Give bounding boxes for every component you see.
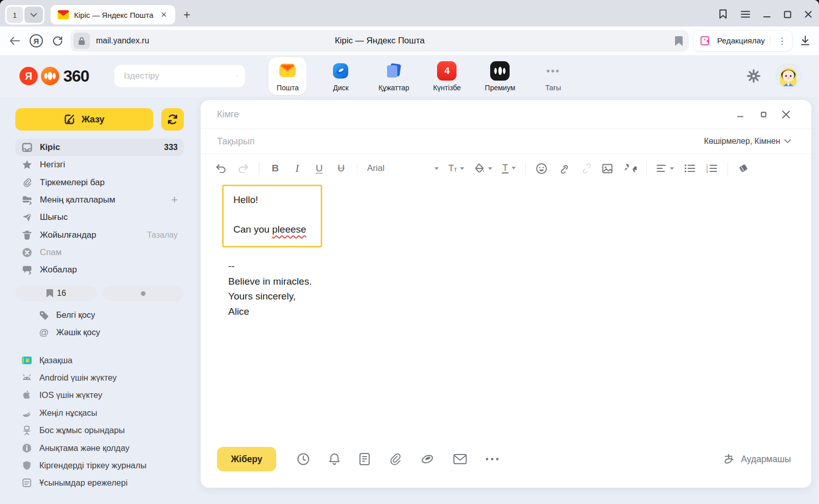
sidebar-item-trash[interactable]: Жойылғандар Тазалау: [15, 226, 184, 243]
compose-close-icon[interactable]: [781, 109, 791, 119]
recommendations-item[interactable]: Ұсынымдар ережелері: [15, 474, 184, 492]
sidebar-panel-icon[interactable]: [718, 9, 728, 19]
tab-count-badge[interactable]: 1: [7, 7, 23, 23]
unlink-icon[interactable]: [580, 161, 592, 176]
bookmarks-pill[interactable]: 16: [15, 286, 97, 301]
font-size-select[interactable]: Tт: [448, 163, 464, 174]
subject-field[interactable]: Тақырып Көшірмелер, Кімнен: [201, 129, 811, 154]
schedule-send-icon[interactable]: [297, 452, 310, 466]
app-calendar[interactable]: 4 Күнтізбе: [428, 57, 466, 95]
address-bar[interactable]: mail.yandex.ru Кіріс — Яндекс Пошта: [70, 30, 689, 52]
language-item[interactable]: Қазақша: [15, 351, 184, 369]
refresh-button[interactable]: [161, 108, 184, 131]
chevron-down-icon: [670, 167, 674, 170]
format-toolbar: B I U U Arial Tт T: [201, 154, 811, 183]
send-button[interactable]: Жіберу: [217, 447, 276, 471]
back-icon[interactable]: [6, 32, 23, 49]
lock-icon[interactable]: [74, 33, 90, 49]
bookmark-icon[interactable]: [675, 36, 683, 46]
close-window-icon[interactable]: [805, 11, 812, 18]
tab-strip: 1 Кіріс — Яндекс Пошта ✕ +: [0, 0, 819, 27]
android-download-item[interactable]: Android үшін жүктеу: [15, 369, 184, 386]
fill-color-select[interactable]: [474, 163, 492, 173]
vacancies-item[interactable]: Бос жұмыс орындары: [15, 422, 184, 439]
spam-icon: [21, 247, 33, 258]
bookmark-tag-icon: [46, 289, 53, 297]
menu-icon[interactable]: [741, 11, 750, 18]
add-folder-icon[interactable]: +: [171, 193, 178, 207]
sidebar-item-drafts[interactable]: Жобалар: [15, 261, 184, 279]
translator-button[interactable]: Аудармашы: [723, 453, 791, 466]
emoji-icon[interactable]: [536, 161, 548, 176]
yandex-services-icon[interactable]: Я: [28, 32, 45, 49]
app-docs[interactable]: Құжаттар: [375, 57, 413, 95]
app-premium[interactable]: Премиум: [481, 57, 519, 95]
new-tab-button[interactable]: +: [178, 6, 196, 23]
dot-pill[interactable]: [102, 286, 184, 301]
sidebar-item-spam[interactable]: Спам: [15, 244, 184, 261]
link-icon[interactable]: [558, 161, 570, 176]
compose-popout-icon[interactable]: [758, 109, 768, 119]
attach-from-disk-icon[interactable]: [420, 452, 435, 466]
browser-tab[interactable]: Кіріс — Яндекс Пошта ✕: [51, 5, 175, 24]
eraser-icon[interactable]: [738, 161, 750, 176]
minimize-window-icon[interactable]: [763, 11, 770, 18]
cc-from-toggle[interactable]: Көшірмелер, Кімнен: [704, 137, 791, 146]
notify-reminder-icon[interactable]: [328, 452, 341, 466]
font-family-select[interactable]: Arial: [367, 163, 439, 173]
settings-gear-icon[interactable]: [746, 69, 761, 83]
tab-title: Кіріс — Яндекс Пошта: [74, 11, 153, 19]
reload-icon[interactable]: [49, 32, 66, 49]
search-box[interactable]: [114, 65, 245, 87]
login-journal-item[interactable]: Кіргендерді тіркеу журналы: [15, 457, 184, 474]
compose-button[interactable]: Жазу: [15, 108, 153, 131]
sidebar-item-my-folders[interactable]: Менің қалталарым +: [15, 191, 184, 209]
app-mail[interactable]: Пошта: [269, 57, 306, 95]
search-input[interactable]: [124, 71, 236, 81]
clear-trash-link[interactable]: Тазалау: [147, 231, 178, 240]
quote-icon[interactable]: [623, 161, 637, 176]
add-tag-item[interactable]: Белгі қосу: [15, 306, 184, 323]
edit-button[interactable]: Редакциялау ⋮: [693, 30, 792, 52]
underline-icon[interactable]: U: [313, 161, 325, 176]
downloads-icon[interactable]: [801, 36, 810, 46]
sidebar-item-main[interactable]: Негізгі: [15, 156, 184, 173]
tab-close-icon[interactable]: ✕: [158, 9, 169, 20]
ios-download-item[interactable]: IOS үшін жүктеу: [15, 387, 184, 404]
app-more[interactable]: ••• Тағы: [534, 57, 572, 95]
attach-file-icon[interactable]: [389, 452, 402, 466]
to-field[interactable]: Кімге: [201, 100, 811, 129]
sidebar-item-inbox[interactable]: Кіріс 333: [15, 139, 184, 156]
redo-icon[interactable]: [237, 161, 249, 176]
bullet-list-icon[interactable]: [684, 161, 696, 176]
user-avatar[interactable]: [775, 63, 802, 89]
strikethrough-icon[interactable]: U: [335, 161, 347, 176]
add-mailbox-item[interactable]: @ Жәшік қосу: [15, 324, 184, 341]
text-color-select[interactable]: T: [502, 163, 516, 174]
body-line-2: Can you pleeese: [233, 222, 311, 237]
insert-image-icon[interactable]: [601, 161, 614, 176]
sidebar-item-attachments[interactable]: Тіркемелері бар: [15, 174, 184, 191]
align-select[interactable]: [657, 164, 674, 172]
send-button-label: Жіберу: [231, 454, 262, 465]
numbered-list-icon[interactable]: 123: [706, 161, 718, 176]
tab-list-dropdown[interactable]: [25, 7, 43, 23]
template-note-icon[interactable]: [359, 452, 370, 466]
message-body[interactable]: Hello! Can you pleeese -- Believe in mir…: [201, 183, 811, 435]
edit-menu-icon[interactable]: ⋮: [776, 36, 789, 46]
app-disk[interactable]: Диск: [322, 57, 359, 95]
light-version-item[interactable]: Жеңіл нұсқасы: [15, 404, 184, 421]
attach-from-mail-icon[interactable]: [453, 453, 467, 465]
font-family-value: Arial: [367, 163, 384, 173]
compose-minimize-icon[interactable]: [736, 109, 746, 119]
italic-icon[interactable]: I: [291, 161, 303, 176]
maximize-window-icon[interactable]: [784, 11, 791, 18]
mail-sidebar: Жазу Кіріс 333 Негізгі Тіркемелері бар: [15, 97, 184, 492]
more-options-icon[interactable]: [486, 458, 499, 461]
sidebar-item-sent[interactable]: Шығыс: [15, 209, 184, 226]
help-support-item[interactable]: Анықтама және қолдау: [15, 439, 184, 457]
yandex360-logo[interactable]: Я 360: [19, 67, 89, 86]
undo-icon[interactable]: [215, 161, 227, 176]
star-icon: [21, 159, 33, 170]
bold-icon[interactable]: B: [269, 161, 281, 176]
